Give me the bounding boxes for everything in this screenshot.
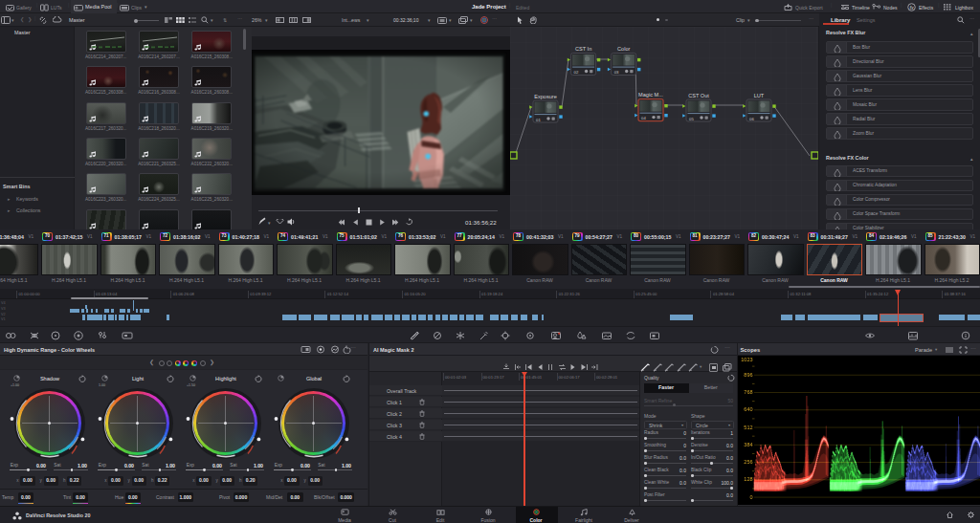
svg-text:01: 01 [536, 118, 541, 122]
svg-text:03: 03 [614, 70, 619, 75]
svg-text:04: 04 [641, 116, 646, 120]
svg-text:Color: Color [617, 46, 631, 52]
svg-text:Exposure: Exposure [534, 94, 557, 99]
svg-text:fx: fx [910, 4, 915, 10]
svg-text:06: 06 [749, 117, 754, 121]
svg-text:CST In: CST In [575, 46, 591, 52]
svg-text:LUT: LUT [754, 93, 765, 98]
svg-text:05: 05 [689, 117, 694, 121]
svg-text:02: 02 [574, 70, 579, 75]
svg-text:CST Out: CST Out [688, 93, 709, 98]
svg-text:Magic M...: Magic M... [638, 92, 663, 98]
